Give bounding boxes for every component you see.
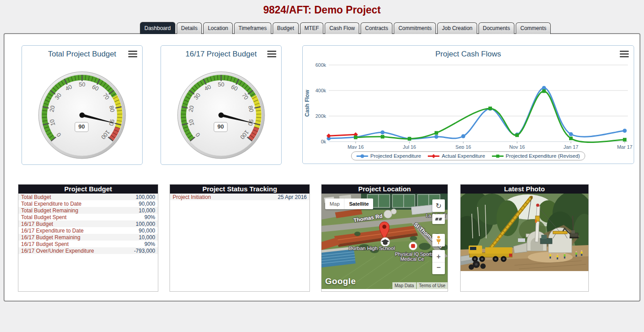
widget-header: Project Location xyxy=(322,185,448,194)
tab-location[interactable]: Location xyxy=(203,22,232,34)
table-row: Project Initiation25 Apr 2016 xyxy=(170,194,309,200)
x-axis-label: Mar 17 xyxy=(617,144,632,149)
gauge-tick-label: 20 xyxy=(187,105,196,112)
pegman-icon xyxy=(435,236,442,245)
table-row: 16/17 Budget Spent90% xyxy=(18,241,158,247)
row-label: Total Budget xyxy=(18,194,122,200)
row-value: 90% xyxy=(122,214,158,220)
y-axis-title: Cash Flow xyxy=(304,90,310,117)
tab-cash-flow[interactable]: Cash Flow xyxy=(325,22,359,34)
gauge-value: 90 xyxy=(218,123,224,130)
tab-budget[interactable]: Budget xyxy=(273,22,299,34)
legend-label: Actual Expenditure xyxy=(442,153,485,159)
map-tilt-button[interactable] xyxy=(432,214,445,224)
gauge-value: 90 xyxy=(78,123,85,130)
gauge-tick-label: 80 xyxy=(108,105,116,112)
legend-item-1[interactable]: Actual Expenditure xyxy=(428,153,485,159)
chart-legend: Projected ExpenditureActual ExpenditureP… xyxy=(351,151,585,160)
page-title: 9824/AFT: Demo Project xyxy=(0,4,644,16)
map-school-label: Durban High School xyxy=(349,246,395,251)
row-value: 25 Apr 2016 xyxy=(248,194,309,200)
legend-marker-icon xyxy=(428,154,439,159)
gauge-tick-label: 50 xyxy=(218,81,224,88)
table-row: Total Budget100,000 xyxy=(18,194,158,200)
row-value: 90,000 xyxy=(122,227,158,234)
row-label: Total Budget Spent xyxy=(18,214,122,220)
tilt-icon xyxy=(435,218,439,220)
tilt-icon xyxy=(439,218,442,220)
zoom-in-button[interactable]: + xyxy=(432,252,445,263)
table-row: 16/17 Expenditure to Date90,000 xyxy=(18,227,158,234)
gauge-panel-total-budget: Total Project Budget 0102030405060708090… xyxy=(22,45,143,165)
series-line-1 xyxy=(329,134,356,136)
1617-budget-gauge: 010203040506070809010090 xyxy=(161,59,281,164)
y-axis-label: 200k xyxy=(315,113,326,119)
rotate-icon: ↻ xyxy=(435,202,441,210)
map-view-button[interactable]: Map xyxy=(325,198,344,209)
row-label: Total Expenditure to Date xyxy=(18,200,122,207)
chart-menu-icon[interactable] xyxy=(128,51,137,59)
y-axis-label: 600k xyxy=(315,62,326,68)
tab-timeframes[interactable]: Timeframes xyxy=(234,22,271,34)
map-attribution: Map Data Terms of Use xyxy=(392,282,448,289)
gauge-panel-1617-budget: 16/17 Project Budget 0102030405060708090… xyxy=(161,45,282,165)
construction-photo-image xyxy=(461,194,588,271)
terms-link[interactable]: Terms of Use xyxy=(417,282,448,289)
tab-dashboard[interactable]: Dashboard xyxy=(140,22,175,34)
info-row: Project Budget Total Budget100,000Total … xyxy=(18,184,640,292)
map-rotate-button[interactable]: ↻ xyxy=(432,199,445,212)
pegman-button[interactable] xyxy=(432,234,445,246)
gauge-tick-label: 80 xyxy=(247,105,255,112)
legend-marker-icon xyxy=(492,154,504,159)
legend-item-0[interactable]: Projected Expenditure xyxy=(357,153,421,159)
cashflow-chart: 0k200k400k600kCash FlowMay 16Jul 16Sep 1… xyxy=(303,59,634,149)
project-budget-table: Total Budget100,000Total Expenditure to … xyxy=(18,194,158,254)
construction-photo xyxy=(461,194,588,271)
row-value: 100,000 xyxy=(122,220,158,227)
series-line-0 xyxy=(329,88,625,139)
tab-documents[interactable]: Documents xyxy=(479,22,515,34)
google-map[interactable]: Thomas Rd St Thomas Rd xyxy=(322,194,448,289)
y-axis-label: 400k xyxy=(315,88,326,93)
widget-header: Latest Photo xyxy=(461,185,588,194)
row-label: 16/17 Budget Remaining xyxy=(18,234,122,241)
medical-poi-icon[interactable] xyxy=(409,242,417,250)
cashflow-chart-area: 0k200k400k600kCash FlowMay 16Jul 16Sep 1… xyxy=(303,59,634,164)
tab-mtef[interactable]: MTEF xyxy=(300,22,324,34)
status-tracking-table: Project Initiation25 Apr 2016 xyxy=(170,194,309,200)
gauge-tick-label: 20 xyxy=(48,105,57,112)
tab-commitments[interactable]: Commitments xyxy=(394,22,436,34)
table-row: Total Budget Remaining10,000 xyxy=(18,207,158,214)
table-row: Total Expenditure to Date90,000 xyxy=(18,200,158,207)
row-value: 90% xyxy=(122,241,158,247)
tab-contracts[interactable]: Contracts xyxy=(361,22,392,34)
chart-title: Project Cash Flows xyxy=(303,46,634,59)
gauge-title: Total Project Budget xyxy=(22,46,142,59)
map-data-link[interactable]: Map Data xyxy=(392,282,416,289)
zoom-out-button[interactable]: − xyxy=(432,263,445,273)
cashflow-panel: Project Cash Flows 0k200k400k600kCash Fl… xyxy=(302,45,634,164)
legend-item-2[interactable]: Projected Expenditure (Revised) xyxy=(492,153,580,159)
project-location-widget: Project Location xyxy=(321,184,448,292)
y-axis-label: 0k xyxy=(321,139,326,144)
chart-menu-icon[interactable] xyxy=(620,51,629,59)
legend-label: Projected Expenditure (Revised) xyxy=(506,153,580,159)
school-poi-icon[interactable] xyxy=(381,237,390,246)
gauge-title: 16/17 Project Budget xyxy=(161,46,281,59)
widget-header: Project Status Tracking xyxy=(170,185,309,194)
tab-details[interactable]: Details xyxy=(177,22,202,34)
widget-header: Project Budget xyxy=(18,185,158,194)
google-logo[interactable]: Google xyxy=(325,276,356,286)
tab-job-creation[interactable]: Job Creation xyxy=(437,22,477,34)
legend-marker-icon xyxy=(357,154,368,159)
status-tracking-widget: Project Status Tracking Project Initiati… xyxy=(170,184,310,292)
satellite-view-button[interactable]: Satellite xyxy=(344,198,373,209)
table-row: 16/17 Over/Under Expenditure-793,000 xyxy=(18,247,158,254)
table-row: Total Budget Spent90% xyxy=(18,214,158,220)
chart-menu-icon[interactable] xyxy=(267,51,276,59)
row-value: 100,000 xyxy=(122,194,158,200)
tab-comments[interactable]: Comments xyxy=(516,22,551,34)
row-label: 16/17 Budget Spent xyxy=(18,241,122,247)
map-type-control: Map Satellite xyxy=(325,198,373,209)
dashboard-content: Total Project Budget 0102030405060708090… xyxy=(4,33,640,302)
